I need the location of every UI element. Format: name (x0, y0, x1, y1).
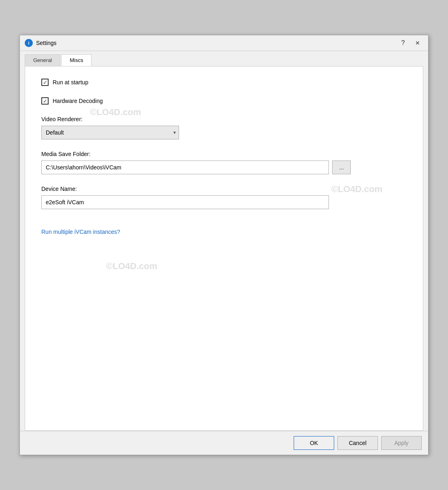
app-icon: i (25, 39, 33, 47)
media-save-folder-input[interactable] (41, 160, 329, 174)
settings-dialog: i Settings ? ✕ General Miscs ©LO4D.com ©… (19, 35, 429, 455)
apply-button[interactable]: Apply (381, 436, 422, 450)
media-save-folder-row: Media Save Folder: ... (41, 151, 407, 174)
device-name-input[interactable] (41, 195, 329, 209)
hardware-decoding-checkbox[interactable]: ✓ (41, 97, 49, 105)
device-name-row: Device Name: (41, 186, 407, 209)
media-save-folder-label: Media Save Folder: (41, 151, 407, 157)
tab-general[interactable]: General (25, 54, 60, 66)
hardware-decoding-row: ✓ Hardware Decoding (41, 97, 407, 105)
hardware-decoding-label: Hardware Decoding (53, 98, 103, 104)
run-at-startup-checkbox[interactable]: ✓ (41, 79, 49, 86)
video-renderer-select[interactable]: Default DirectShow OpenGL (41, 126, 179, 139)
tab-content-miscs: ©LO4D.com ©LO4D.com ©LO4D.com ✓ Run at s… (25, 66, 423, 431)
close-button[interactable]: ✕ (412, 39, 423, 47)
hardware-decoding-checkmark: ✓ (43, 98, 47, 104)
browse-button[interactable]: ... (332, 160, 351, 174)
media-save-folder-path-row: ... (41, 160, 407, 174)
multiple-instances-link[interactable]: Run multiple iVCam instances? (41, 229, 120, 235)
run-at-startup-checkmark: ✓ (43, 80, 47, 85)
watermark-3: ©LO4D.com (106, 261, 157, 272)
title-bar-left: i Settings (25, 39, 57, 47)
tabs-container: General Miscs (20, 51, 428, 66)
ok-button[interactable]: OK (294, 436, 334, 450)
title-bar: i Settings ? ✕ (20, 35, 428, 51)
video-renderer-dropdown-wrapper: Default DirectShow OpenGL ▾ (41, 126, 179, 139)
video-renderer-label: Video Renderer: (41, 116, 407, 122)
device-name-label: Device Name: (41, 186, 407, 192)
run-at-startup-row: ✓ Run at startup (41, 79, 407, 86)
cancel-button[interactable]: Cancel (337, 436, 378, 450)
dialog-title: Settings (36, 40, 57, 46)
video-renderer-row: Video Renderer: Default DirectShow OpenG… (41, 116, 407, 139)
title-bar-right: ? ✕ (397, 39, 423, 47)
help-button[interactable]: ? (397, 39, 409, 47)
dialog-footer: OK Cancel Apply (20, 431, 428, 455)
run-at-startup-label: Run at startup (53, 79, 88, 86)
tab-miscs[interactable]: Miscs (61, 54, 92, 66)
